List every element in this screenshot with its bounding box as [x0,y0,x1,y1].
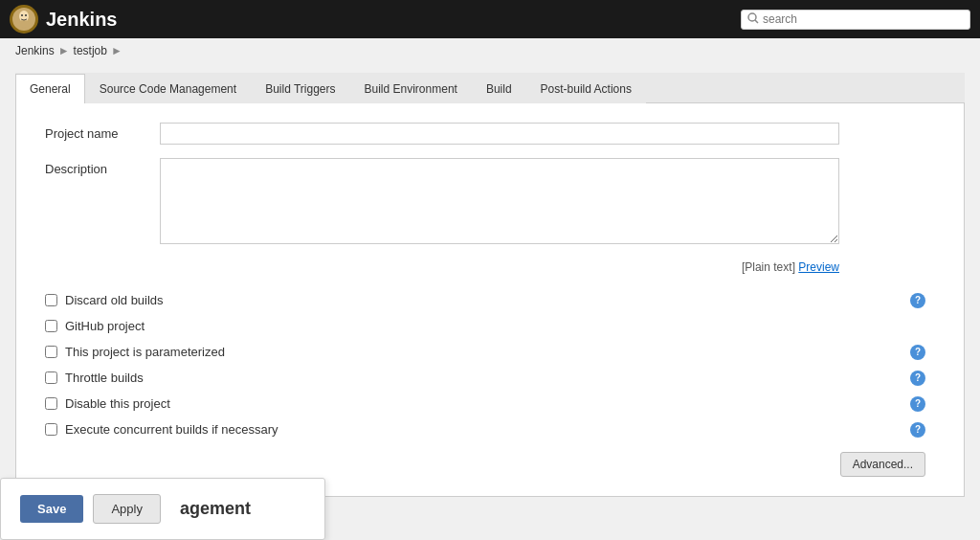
apply-button[interactable]: Apply [93,494,161,506]
search-icon [747,12,759,27]
jenkins-logo [10,5,38,34]
description-label: Description [45,158,160,176]
concurrent-builds-checkbox[interactable] [45,423,57,436]
description-control [160,158,935,247]
plain-text-row: [Plain text] Preview [160,260,839,274]
concurrent-builds-label[interactable]: Execute concurrent builds if necessary [65,422,278,437]
checkbox-row-concurrent: Execute concurrent builds if necessary ? [45,416,935,442]
svg-point-5 [748,13,756,21]
svg-point-4 [25,14,27,16]
tab-build[interactable]: Build [472,74,526,103]
throttle-help-icon[interactable]: ? [910,371,925,386]
throttle-builds-checkbox[interactable] [45,371,57,384]
disable-project-checkbox[interactable] [45,397,57,410]
parameterized-checkbox[interactable] [45,346,57,358]
svg-line-6 [755,20,758,23]
checkbox-row-parameterized: This project is parameterized ? [45,339,935,365]
tab-bar: General Source Code Management Build Tri… [15,73,965,103]
header-left: Jenkins [10,5,117,34]
advanced-button[interactable]: Advanced... [840,452,925,477]
description-row: Description [45,158,935,247]
tab-build-triggers[interactable]: Build Triggers [251,74,349,103]
tab-post-build-actions[interactable]: Post-build Actions [526,74,646,103]
checkbox-row-discard: Discard old builds ? [45,287,935,313]
jenkins-title: Jenkins [46,9,117,31]
parameterized-help-icon[interactable]: ? [910,345,925,360]
checkboxes-section: Discard old builds ? GitHub project This… [45,287,935,442]
tab-general[interactable]: General [15,74,85,103]
breadcrumb-testjob[interactable]: testjob [74,44,107,57]
parameterized-label[interactable]: This project is parameterized [65,345,225,359]
discard-help-icon[interactable]: ? [910,293,925,308]
project-name-label: Project name [45,123,160,141]
discard-old-builds-label[interactable]: Discard old builds [65,293,164,307]
plain-text-label: [Plain text] [742,260,795,274]
search-box-wrapper[interactable] [741,10,970,30]
form-area: Project name Description [Plain text] Pr… [15,103,965,497]
search-input[interactable] [763,12,964,26]
svg-point-3 [21,14,23,16]
github-project-checkbox[interactable] [45,320,57,332]
checkbox-row-throttle: Throttle builds ? [45,365,935,391]
project-name-input[interactable] [160,123,839,145]
project-name-control [160,123,935,145]
bottom-bar: Save Apply agement [0,478,325,506]
checkbox-row-github: GitHub project [45,313,935,339]
save-button[interactable]: Save [20,495,83,506]
breadcrumb-sep-2: ► [111,44,122,57]
source-management-label: agement [180,499,251,506]
svg-point-2 [17,20,31,28]
breadcrumb-sep-1: ► [58,44,70,57]
preview-link[interactable]: Preview [798,260,839,274]
project-name-row: Project name [45,123,935,145]
main-content: General Source Code Management Build Tri… [0,63,980,506]
header: Jenkins [0,0,980,38]
discard-old-builds-checkbox[interactable] [45,294,57,306]
tab-build-environment[interactable]: Build Environment [350,74,472,103]
breadcrumb: Jenkins ► testjob ► [0,38,980,63]
throttle-builds-label[interactable]: Throttle builds [65,371,144,385]
github-project-label[interactable]: GitHub project [65,319,145,333]
description-textarea[interactable] [160,158,839,244]
checkbox-row-disable: Disable this project ? [45,391,935,416]
concurrent-help-icon[interactable]: ? [910,422,925,438]
breadcrumb-jenkins[interactable]: Jenkins [15,44,55,57]
disable-help-icon[interactable]: ? [910,396,925,412]
tab-source-code-management[interactable]: Source Code Management [85,74,251,103]
disable-project-label[interactable]: Disable this project [65,396,170,411]
